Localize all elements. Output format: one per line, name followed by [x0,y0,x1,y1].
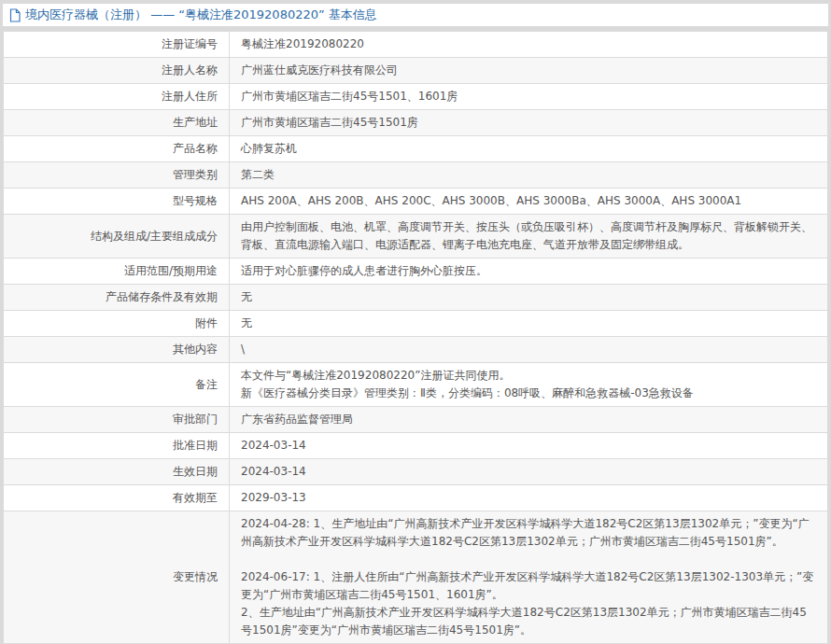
value-line: 广东省药品监督管理局 [241,411,814,428]
row-label: 产品名称 [4,136,230,162]
table-row: 生产地址广州市黄埔区瑞吉二街45号1501房 [4,110,828,136]
page-title: 境内医疗器械（注册） —— “粤械注准20192080220” 基本信息 [25,7,377,23]
row-value: 由用户控制面板、电池、机罩、高度调节开关、按压头（或负压吸引杯）、高度调节杆及胸… [230,215,828,259]
value-line: 2024-06-17: 1、注册人住所由“广州高新技术产业开发区科学城科学大道1… [241,568,814,604]
value-line: 心肺复苏机 [241,140,814,158]
value-line: 2029-03-13 [241,489,814,507]
row-label: 备注 [4,363,230,407]
value-line: 无 [241,288,814,306]
row-label: 型号规格 [4,189,230,215]
value-line: 适用于对心脏骤停的成人患者进行胸外心脏按压。 [241,262,814,280]
table-row: 备注本文件与“粤械注准20192080220”注册证共同使用。新《医疗器械分类目… [4,363,828,407]
value-line: 本文件与“粤械注准20192080220”注册证共同使用。 [241,367,814,385]
table-row: 产品名称心肺复苏机 [4,136,828,162]
table-row: 有效期至2029-03-13 [4,485,828,511]
table-row: 适用范围/预期用途适用于对心脏骤停的成人患者进行胸外心脏按压。 [4,259,828,285]
table-row: 审批部门广东省药品监督管理局 [4,407,828,433]
row-label: 其他内容 [4,337,230,363]
table-row: 结构及组成/主要组成成分由用户控制面板、电池、机罩、高度调节开关、按压头（或负压… [4,215,828,259]
row-label: 结构及组成/主要组成成分 [4,215,230,259]
table-row: 注册人名称广州蓝仕威克医疗科技有限公司 [4,58,828,84]
table-row: 产品储存条件及有效期无 [4,285,828,311]
value-line: 无 [241,315,814,332]
value-line: 广州市黄埔区瑞吉二街45号1501、1601房 [241,88,814,105]
row-label: 变更情况 [4,511,230,644]
row-value: 2029-03-13 [230,485,828,511]
document-icon [8,8,21,22]
row-label: 生效日期 [4,459,230,485]
row-label: 管理类别 [4,162,230,189]
page: 境内医疗器械（注册） —— “粤械注准20192080220” 基本信息 注册证… [0,0,831,644]
header-bar: 境内医疗器械（注册） —— “粤械注准20192080220” 基本信息 [3,4,828,26]
value-line: 2024-03-14 [241,437,814,455]
value-line: 由用户控制面板、电池、机罩、高度调节开关、按压头（或负压吸引杯）、高度调节杆及胸… [241,218,814,254]
row-label: 批准日期 [4,433,230,459]
row-value: 心肺复苏机 [230,136,828,162]
value-line [241,551,814,568]
row-label: 注册人住所 [4,84,230,110]
value-line: AHS 200A、AHS 200B、AHS 200C、AHS 3000B、AHS… [241,192,814,210]
row-value: 2024-04-28: 1、生产地址由“广州高新技术产业开发区科学城科学大道18… [230,511,828,644]
row-value: 2024-03-14 [230,433,828,459]
row-value: 第二类 [230,162,828,189]
row-label: 有效期至 [4,485,230,511]
row-value: \ [230,337,828,363]
row-label: 注册证编号 [4,32,230,58]
value-line: 广州市黄埔区瑞吉二街45号1501房 [241,114,814,132]
value-line: 第二类 [241,166,814,184]
table-row: 注册人住所广州市黄埔区瑞吉二街45号1501、1601房 [4,84,828,110]
row-value: AHS 200A、AHS 200B、AHS 200C、AHS 3000B、AHS… [230,189,828,215]
row-value: 广州市黄埔区瑞吉二街45号1501、1601房 [230,84,828,110]
table-row: 附件无 [4,311,828,337]
row-value: 广州蓝仕威克医疗科技有限公司 [230,58,828,84]
row-label: 注册人名称 [4,58,230,84]
table-row: 管理类别第二类 [4,162,828,189]
value-line: 广州蓝仕威克医疗科技有限公司 [241,62,814,79]
row-value: 广州市黄埔区瑞吉二街45号1501房 [230,110,828,136]
value-line: 新《医疗器械分类目录》管理类别：Ⅱ类，分类编码：08呼吸、麻醉和急救器械-03急… [241,385,814,402]
row-value: 粤械注准20192080220 [230,32,828,58]
row-value: 适用于对心脏骤停的成人患者进行胸外心脏按压。 [230,259,828,285]
row-label: 产品储存条件及有效期 [4,285,230,311]
value-line: \ [241,341,814,358]
info-table: 注册证编号粤械注准20192080220注册人名称广州蓝仕威克医疗科技有限公司注… [3,31,828,644]
table-row: 批准日期2024-03-14 [4,433,828,459]
value-line: 2024-04-28: 1、生产地址由“广州高新技术产业开发区科学城科学大道18… [241,515,814,551]
row-label: 附件 [4,311,230,337]
value-line: 粤械注准20192080220 [241,35,814,53]
table-row: 生效日期2024-03-14 [4,459,828,485]
row-value: 2024-03-14 [230,459,828,485]
table-row: 变更情况2024-04-28: 1、生产地址由“广州高新技术产业开发区科学城科学… [4,511,828,644]
row-label: 审批部门 [4,407,230,433]
value-line: 2、生产地址由“广州高新技术产业开发区科学城科学大道182号C2区第13层130… [241,604,814,639]
row-value: 无 [230,311,828,337]
row-value: 本文件与“粤械注准20192080220”注册证共同使用。新《医疗器械分类目录》… [230,363,828,407]
table-row: 其他内容\ [4,337,828,363]
row-value: 无 [230,285,828,311]
row-label: 生产地址 [4,110,230,136]
table-row: 型号规格AHS 200A、AHS 200B、AHS 200C、AHS 3000B… [4,189,828,215]
row-value: 广东省药品监督管理局 [230,407,828,433]
table-row: 注册证编号粤械注准20192080220 [4,32,828,58]
row-label: 适用范围/预期用途 [4,259,230,285]
value-line: 2024-03-14 [241,463,814,481]
